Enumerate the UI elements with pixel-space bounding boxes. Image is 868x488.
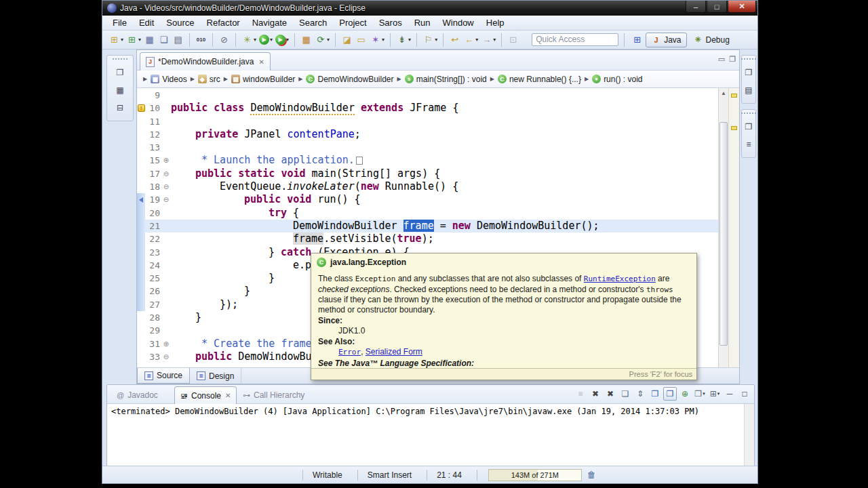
line-number[interactable]: 33 <box>145 350 161 363</box>
line-number[interactable]: 13 <box>145 141 161 154</box>
save-button[interactable]: ▦ <box>142 33 157 47</box>
back-button[interactable]: ←▾ <box>462 33 479 47</box>
see-also-link[interactable]: Error <box>338 348 361 357</box>
debug-button[interactable]: ✳▾ <box>240 33 258 47</box>
menu-window[interactable]: Window <box>437 16 480 29</box>
open-console-button[interactable]: ⊞▾ <box>708 387 722 401</box>
code-line[interactable]: 18⊖EventQueue.invokeLater(new Runnable()… <box>137 180 718 193</box>
drag-handle[interactable] <box>741 113 756 115</box>
show-stderr-button[interactable]: ❐ <box>663 387 677 401</box>
marker-ruler[interactable] <box>137 154 145 167</box>
binary-literals-button[interactable]: 010 <box>194 33 208 47</box>
line-number[interactable]: 10 <box>145 102 161 115</box>
show-stdout-button[interactable]: ❐ <box>648 387 662 401</box>
line-number[interactable]: 11 <box>145 115 161 128</box>
breadcrumb-item[interactable]: ◆src <box>198 75 220 84</box>
overview-ruler[interactable] <box>728 88 739 367</box>
breadcrumb-item[interactable]: smain(String[]) : void <box>405 75 487 84</box>
breadcrumb-item[interactable]: ▤windowBuilder <box>231 75 295 84</box>
marker-ruler[interactable] <box>137 193 145 206</box>
scroll-up-icon[interactable]: ▲ <box>719 88 728 98</box>
line-number[interactable]: 17 <box>145 167 161 180</box>
forward-button[interactable]: →▾ <box>479 33 497 47</box>
drag-handle[interactable] <box>113 58 127 61</box>
marker-ruler[interactable] <box>137 246 145 259</box>
scroll-lock-button[interactable]: ⇕ <box>633 387 647 401</box>
menu-file[interactable]: File <box>106 16 133 29</box>
code-line[interactable]: 9 <box>137 89 718 102</box>
marker-ruler[interactable] <box>137 259 145 272</box>
marker-ruler[interactable] <box>137 285 145 298</box>
marker-ruler[interactable] <box>137 350 145 363</box>
dropdown-arrow-icon[interactable]: ▾ <box>717 391 720 396</box>
quick-access-input[interactable]: Quick Access <box>532 33 618 46</box>
breadcrumb-item[interactable]: ●run() : void <box>592 75 642 84</box>
breadcrumb-arrow-icon[interactable]: ▶ <box>224 76 228 82</box>
drag-handle[interactable] <box>741 58 756 61</box>
menu-search[interactable]: Search <box>293 16 333 29</box>
code-line[interactable]: 17⊖public static void main(String[] args… <box>137 167 718 180</box>
minimize-button[interactable]: – <box>686 1 706 13</box>
pin-console-button[interactable]: ⊕ <box>678 387 692 401</box>
tab-close-icon[interactable]: ✕ <box>258 58 264 66</box>
console-body[interactable]: <terminated> DemoWindowBuilder (4) [Java… <box>107 404 754 466</box>
marker-ruler[interactable] <box>137 324 145 337</box>
line-number[interactable]: 20 <box>145 207 161 220</box>
tab-design[interactable]: ≣Design <box>190 368 241 384</box>
dropdown-arrow-icon[interactable]: ▾ <box>286 37 289 43</box>
warning-icon[interactable]: ! <box>138 104 145 112</box>
menu-source[interactable]: Source <box>160 16 200 29</box>
marker-ruler[interactable] <box>137 232 145 245</box>
remove-launch-button[interactable]: ✖ <box>589 387 602 401</box>
line-number[interactable]: 29 <box>145 324 161 337</box>
outline-icon[interactable]: ≡ <box>742 138 755 151</box>
breadcrumb-item[interactable]: Cnew Runnable() {...} <box>498 75 581 84</box>
warning-mark[interactable] <box>731 94 737 98</box>
save-all-button[interactable]: ❏ <box>157 33 171 47</box>
dropdown-arrow-icon[interactable]: ▾ <box>703 391 705 396</box>
marker-ruler[interactable] <box>137 298 145 311</box>
line-number[interactable]: 12 <box>145 128 161 141</box>
dropdown-arrow-icon[interactable]: ▾ <box>493 37 496 43</box>
line-number[interactable]: 22 <box>145 232 161 245</box>
dropdown-arrow-icon[interactable]: ▾ <box>382 37 384 43</box>
minimize-editor-icon[interactable]: ▭ <box>718 55 725 64</box>
marker-ruler[interactable] <box>137 220 145 232</box>
scrollbar-thumb[interactable] <box>719 122 728 346</box>
minimize-view-button[interactable]: ─ <box>723 387 736 401</box>
marker-ruler[interactable] <box>137 338 145 350</box>
line-number[interactable]: 31 <box>145 338 161 350</box>
line-number[interactable]: 28 <box>145 311 161 324</box>
dropdown-arrow-icon[interactable]: ▾ <box>121 37 123 43</box>
type-hierarchy-icon[interactable]: ⊟ <box>113 101 127 115</box>
open-folder-button[interactable]: ◪ <box>340 33 354 47</box>
marker-ruler[interactable] <box>137 207 145 220</box>
line-number[interactable]: 26 <box>145 285 161 298</box>
dropdown-arrow-icon[interactable]: ▾ <box>270 37 273 43</box>
perspective-java[interactable]: JJava <box>646 33 686 47</box>
code-line[interactable]: 22frame.setVisible(true); <box>137 232 718 245</box>
menu-refactor[interactable]: Refactor <box>201 16 246 29</box>
line-number[interactable]: 23 <box>145 246 161 259</box>
refresh-button[interactable]: ⟳▾ <box>313 33 331 47</box>
dropdown-arrow-icon[interactable]: ▾ <box>435 37 437 43</box>
dropdown-arrow-icon[interactable]: ▾ <box>327 37 330 43</box>
line-number[interactable]: 25 <box>145 272 161 285</box>
code-line[interactable]: 21DemoWindowBuilder frame = new DemoWind… <box>137 220 718 232</box>
line-number[interactable]: 21 <box>145 220 161 232</box>
open-perspective-button[interactable]: ⊞ <box>630 33 644 47</box>
code-line[interactable]: 11 <box>137 115 718 128</box>
menu-run[interactable]: Run <box>408 16 437 29</box>
remove-all-terminated-button[interactable]: ✖ <box>604 387 617 401</box>
maximize-button[interactable]: □ <box>707 1 727 13</box>
run-button[interactable]: ▶▾ <box>258 33 274 47</box>
restore-view-icon[interactable]: ❐ <box>113 66 127 79</box>
palette-grid-button[interactable]: ▦ <box>299 33 313 47</box>
line-number[interactable]: 24 <box>145 259 161 272</box>
package-explorer-icon[interactable]: ▦ <box>113 83 127 97</box>
fold-minus-icon[interactable]: ⊖ <box>161 180 171 193</box>
breadcrumb-arrow-icon[interactable]: ▶ <box>143 76 147 82</box>
dropdown-arrow-icon[interactable]: ▾ <box>408 37 411 43</box>
line-number[interactable]: 9 <box>145 89 161 102</box>
marker-ruler[interactable] <box>137 89 145 102</box>
